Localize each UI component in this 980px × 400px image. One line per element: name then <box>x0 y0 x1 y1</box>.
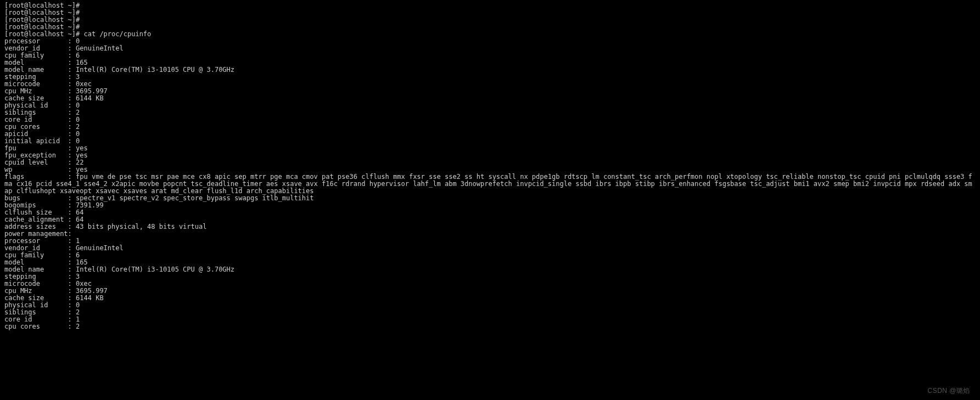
terminal-output[interactable]: [root@localhost ~]#[root@localhost ~]#[r… <box>4 2 976 330</box>
terminal-line: siblings : 2 <box>4 309 976 316</box>
terminal-line: power management: <box>4 230 976 238</box>
terminal-line: address sizes : 43 bits physical, 48 bit… <box>4 223 976 230</box>
terminal-line: bogomips : 7391.99 <box>4 202 976 209</box>
terminal-line: processor : 0 <box>4 38 976 45</box>
terminal-line: vendor_id : GenuineIntel <box>4 45 976 52</box>
terminal-line: cpu MHz : 3695.997 <box>4 288 976 295</box>
terminal-line: cpu family : 6 <box>4 52 976 59</box>
terminal-line: cpu MHz : 3695.997 <box>4 88 976 95</box>
terminal-line: model name : Intel(R) Core(TM) i3-10105 … <box>4 66 976 74</box>
terminal-line: cache size : 6144 KB <box>4 95 976 102</box>
terminal-line: physical id : 0 <box>4 302 976 309</box>
terminal-line: apicid : 0 <box>4 131 976 138</box>
terminal-line: fpu : yes <box>4 145 976 152</box>
terminal-line: microcode : 0xec <box>4 81 976 88</box>
shell-command: [root@localhost ~]# cat /proc/cpuinfo <box>4 31 976 38</box>
terminal-line: model name : Intel(R) Core(TM) i3-10105 … <box>4 266 976 273</box>
terminal-line: cpuid level : 22 <box>4 159 976 166</box>
terminal-line: cpu family : 6 <box>4 252 976 259</box>
terminal-line: processor : 1 <box>4 238 976 245</box>
terminal-line: stepping : 3 <box>4 74 976 81</box>
shell-prompt: [root@localhost ~]# <box>4 16 976 24</box>
terminal-line: siblings : 2 <box>4 109 976 116</box>
shell-prompt: [root@localhost ~]# <box>4 2 976 9</box>
terminal-line: vendor_id : GenuineIntel <box>4 245 976 252</box>
terminal-line: cache size : 6144 KB <box>4 295 976 302</box>
terminal-line: physical id : 0 <box>4 102 976 109</box>
terminal-line: clflush size : 64 <box>4 209 976 216</box>
terminal-line: cpu cores : 2 <box>4 323 976 330</box>
terminal-line: initial apicid : 0 <box>4 138 976 145</box>
terminal-line: cpu cores : 2 <box>4 123 976 131</box>
terminal-line: stepping : 3 <box>4 273 976 280</box>
cpu-flags: flags : fpu vme de pse tsc msr pae mce c… <box>4 173 976 195</box>
terminal-line: microcode : 0xec <box>4 280 976 288</box>
terminal-line: core id : 1 <box>4 316 976 323</box>
terminal-line: bugs : spectre_v1 spectre_v2 spec_store_… <box>4 195 976 202</box>
shell-prompt: [root@localhost ~]# <box>4 9 976 16</box>
terminal-line: fpu_exception : yes <box>4 152 976 159</box>
terminal-line: core id : 0 <box>4 116 976 123</box>
watermark: CSDN @璐焰 <box>927 387 970 395</box>
